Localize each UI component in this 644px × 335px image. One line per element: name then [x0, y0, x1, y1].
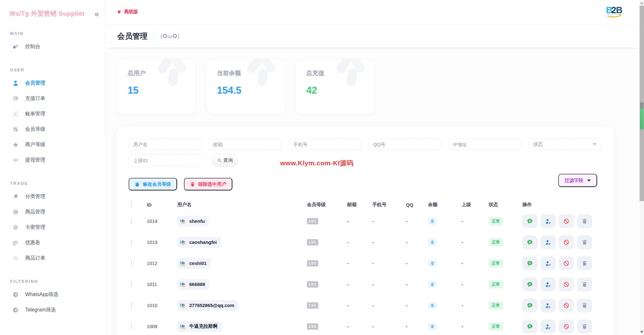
row-actions: $ [520, 256, 598, 270]
username-chip[interactable]: bb caoshangfei [177, 237, 221, 248]
delete-user-button[interactable] [577, 277, 592, 291]
qq-filter-input[interactable] [369, 138, 441, 150]
parent-id-filter-input[interactable] [129, 154, 205, 166]
offline-badge[interactable]: 离线版 [117, 9, 138, 15]
row-checkbox[interactable] [131, 281, 132, 287]
balance-message-button[interactable]: $ [522, 320, 537, 333]
balance-message-button[interactable]: $ [522, 214, 537, 228]
delete-user-button[interactable] [577, 299, 592, 312]
balance-message-button[interactable]: $ [522, 277, 537, 291]
col-header-balance: 余额 [425, 202, 459, 208]
cell-parent: - [459, 261, 486, 266]
sidebar-item-product-management[interactable]: 商品管理 [0, 204, 105, 220]
status-badge: 正常 [489, 301, 503, 310]
svg-text:b: b [182, 302, 185, 307]
select-all-checkbox[interactable] [131, 202, 132, 208]
delete-user-button[interactable] [577, 320, 592, 333]
category-icon [12, 193, 19, 200]
search-button[interactable]: 查询 [212, 154, 238, 167]
scroll-up-icon[interactable] [640, 2, 643, 4]
delete-user-button[interactable] [577, 214, 592, 228]
row-checkbox[interactable] [131, 239, 132, 245]
ban-user-button[interactable] [559, 277, 574, 291]
cell-parent: - [459, 239, 486, 245]
sidebar-item-member-management[interactable]: 会员管理 [0, 75, 105, 91]
sidebar-item-label: WhatsApp筛选 [25, 291, 58, 298]
offline-label: 离线版 [124, 9, 138, 15]
section-label-filtering: FILTERING [10, 279, 105, 284]
sidebar-item-member-level[interactable]: 会员等级 [0, 122, 105, 137]
ban-user-button[interactable] [559, 235, 574, 249]
sidebar-collapse-icon[interactable]: « [95, 11, 99, 17]
ban-user-button[interactable] [559, 256, 574, 270]
email-filter-input[interactable] [208, 138, 281, 150]
filter-row-1: 状态 [129, 138, 602, 150]
sidebar-item-telegram-filter[interactable]: Telegram筛选 [0, 302, 105, 318]
ban-user-button[interactable] [559, 320, 574, 333]
b2b-avatar-icon: bb [180, 239, 187, 246]
sidebar-item-category-management[interactable]: 分类管理 [0, 189, 105, 204]
balance-badge: 0 [428, 218, 437, 225]
phone-filter-input[interactable] [289, 138, 362, 150]
username-chip[interactable]: bb ceshi01 [177, 258, 211, 269]
cell-email: - [345, 282, 370, 287]
sidebar-item-label: 商品订单 [25, 255, 45, 261]
row-checkbox[interactable] [131, 218, 132, 224]
main-content: 总用户 15 当前余额 154.5 总充值 42 [106, 47, 640, 335]
page-header: 会员管理 (✪ω✪) [106, 25, 640, 47]
svg-text:b: b [182, 281, 185, 286]
sidebar-item-withdraw-management[interactable]: 提现管理 [0, 152, 105, 168]
delete-user-button[interactable] [577, 235, 592, 249]
scroll-down-icon[interactable] [640, 331, 643, 333]
search-icon [217, 158, 222, 163]
balance-message-button[interactable]: $ [522, 256, 537, 270]
cell-phone: - [370, 282, 403, 287]
comment-dollar-icon: $ [527, 239, 533, 245]
row-checkbox[interactable] [131, 323, 132, 329]
sidebar-item-whatsapp-filter[interactable]: WhatsApp筛选 [0, 287, 105, 302]
username-filter-input[interactable] [129, 138, 202, 150]
edit-user-button[interactable] [541, 299, 556, 312]
edit-user-button[interactable] [541, 320, 556, 333]
balance-message-button[interactable]: $ [522, 235, 537, 249]
edit-user-button[interactable] [541, 256, 556, 270]
cell-parent: - [459, 282, 486, 287]
edit-user-button[interactable] [541, 235, 556, 249]
edit-member-level-button[interactable]: 修改会员等级 [129, 178, 177, 190]
remove-selected-users-button[interactable]: 移除选中用户 [184, 178, 232, 190]
row-checkbox[interactable] [131, 260, 132, 266]
sidebar: Ws/Tg 外贸营销 Supplier « MAIN 控制台 USER 会员管理… [0, 0, 106, 335]
svg-text:$: $ [529, 219, 531, 222]
withdraw-icon [12, 157, 19, 164]
delete-user-button[interactable] [577, 256, 592, 270]
sidebar-item-label: 商品管理 [25, 209, 45, 215]
chevron-down-icon [592, 143, 597, 146]
app-window: Ws/Tg 外贸营销 Supplier « MAIN 控制台 USER 会员管理… [0, 0, 644, 335]
username-chip[interactable]: bb 牛逼克拉斯啊 [177, 321, 222, 332]
edit-user-button[interactable] [541, 277, 556, 291]
svg-text:B: B [616, 5, 623, 15]
vertical-scrollbar[interactable] [640, 0, 644, 335]
ip-filter-input[interactable] [448, 138, 521, 150]
username-text: ceshi01 [189, 261, 207, 266]
sidebar-item-dashboard[interactable]: 控制台 [0, 39, 105, 54]
ban-user-button[interactable] [559, 214, 574, 228]
sidebar-item-label: Telegram筛选 [25, 307, 56, 313]
sidebar-item-card-key-management[interactable]: 卡密管理 [0, 220, 105, 235]
balance-message-button[interactable]: $ [522, 299, 537, 312]
username-chip[interactable]: bb 277652865@qq.com [177, 300, 238, 311]
sidebar-item-merchant-level[interactable]: 商户等级 [0, 137, 105, 152]
sidebar-item-bill-management[interactable]: 账单管理 [0, 106, 105, 122]
row-checkbox[interactable] [131, 302, 132, 308]
sidebar-item-recharge-orders[interactable]: 充值订单 [0, 91, 105, 106]
edit-user-button[interactable] [541, 214, 556, 228]
sidebar-item-coupons[interactable]: 优惠卷 [0, 235, 105, 250]
page-title: 会员管理 [117, 31, 147, 41]
status-filter-select[interactable]: 状态 [529, 138, 602, 150]
filter-fields-button[interactable]: 过滤字段 [558, 174, 597, 187]
username-chip[interactable]: bb shenfu [177, 216, 209, 227]
ban-user-button[interactable] [559, 299, 574, 312]
svg-text:2: 2 [611, 5, 616, 15]
sidebar-item-product-orders[interactable]: 商品订单 [0, 250, 105, 266]
username-chip[interactable]: bb 666888 [177, 279, 209, 290]
